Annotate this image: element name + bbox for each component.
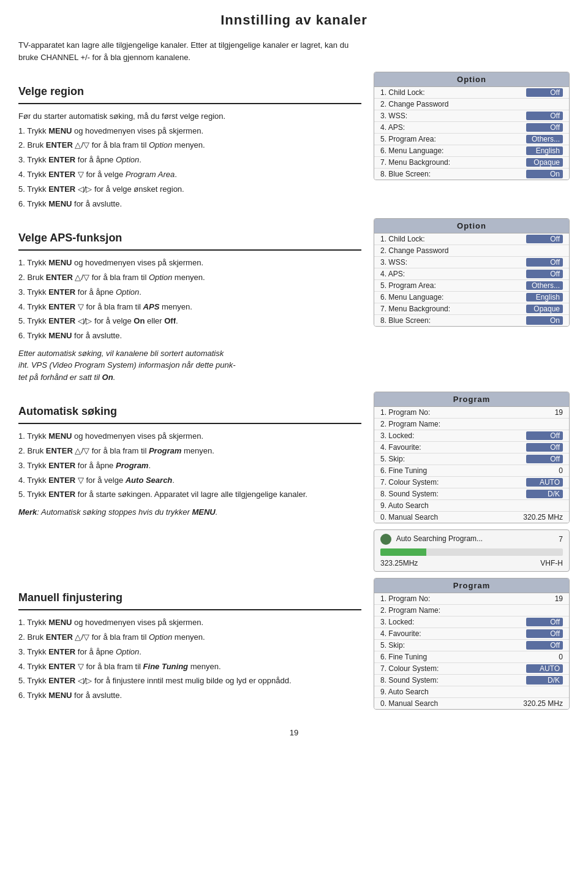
manual-program-box-title: Program [374,578,569,593]
page-number: 19 [18,728,570,737]
step-man-1: 1. Trykk MENU og hovedmenyen vises på sk… [18,616,361,629]
prog-row-0: 0. Manual Search 320.25 MHz [374,512,569,523]
velge-region-intro: Før du starter automatisk søking, må du … [18,110,361,123]
as-freq: 323.25MHz [380,559,418,567]
step-auto-2: 2. Bruk ENTER △/▽ for å bla fram til Pro… [18,445,361,458]
prog-row-9: 9. Auto Search [374,500,569,512]
manual-program-box: Program 1. Program No: 19 2. Program Nam… [374,578,570,710]
option-row-1-6: 6. Menu Language: English [374,145,569,157]
option-row-2-7: 7. Menu Background: Opaque [374,303,569,315]
prog-row-8: 8. Sound System: D/K [374,488,569,500]
step-man-2: 2. Bruk ENTER △/▽ for å bla fram til Opt… [18,631,361,644]
option-row-2-8: 8. Blue Screen: On [374,315,569,326]
step-auto-5: 5. Trykk ENTER for å starte søkingen. Ap… [18,488,361,501]
step-aps-4: 4. Trykk ENTER ▽ for å bla fram til APS … [18,301,361,314]
option-row-1-8: 8. Blue Screen: On [374,169,569,180]
velge-region-left: Velge region Før du starter automatisk s… [18,72,361,212]
step-vr-4: 4. Trykk ENTER ▽ for å velge Program Are… [18,169,361,181]
mprog-row-2: 2. Program Name: [374,605,569,616]
auto-title: Automatisk søking [18,403,361,424]
aps-note: Etter automatisk søking, vil kanalene bl… [18,347,361,384]
auto-program-box: Program 1. Program No: 19 2. Program Nam… [374,392,570,523]
step-auto-4: 4. Trykk ENTER ▽ for å velge Auto Search… [18,474,361,487]
mprog-row-9: 9. Auto Search [374,686,569,698]
prog-row-2: 2. Program Name: [374,419,569,430]
section-auto: Automatisk søking 1. Trykk MENU og hoved… [18,392,570,572]
option-row-1-1: 1. Child Lock: Off [374,87,569,99]
mprog-row-1: 1. Program No: 19 [374,593,569,605]
aps-left: Velge APS-funksjon 1. Trykk MENU og hove… [18,218,361,385]
step-aps-6: 6. Trykk MENU for å avslutte. [18,330,361,343]
prog-row-5: 5. Skip: Off [374,453,569,465]
step-vr-5: 5. Trykk ENTER ◁/▷ for å velge ønsket re… [18,183,361,196]
step-auto-1: 1. Trykk MENU og hovedmenyen vises på sk… [18,430,361,443]
option-row-2-3: 3. WSS: Off [374,257,569,268]
step-vr-2: 2. Bruk ENTER △/▽ for å bla fram til Opt… [18,139,361,152]
option-row-2-6: 6. Menu Language: English [374,292,569,303]
step-man-5: 5. Trykk ENTER ◁/▷ for å finjustere innt… [18,675,361,688]
progress-bar [380,548,426,556]
step-auto-3: 3. Trykk ENTER for å åpne Program. [18,460,361,472]
velge-region-option-box: Option 1. Child Lock: Off 2. Change Pass… [374,72,570,180]
prog-row-3: 3. Locked: Off [374,430,569,442]
mprog-row-3: 3. Locked: Off [374,616,569,628]
prog-row-4: 4. Favourite: Off [374,442,569,453]
progress-bar-container [380,548,563,556]
option-row-2-1: 1. Child Lock: Off [374,233,569,245]
as-header: Auto Searching Program... 7 [380,534,563,545]
mprog-row-8: 8. Sound System: D/K [374,675,569,686]
section-velge-region: Velge region Før du starter automatisk s… [18,72,570,212]
page-title: Innstilling av kanaler [18,12,570,28]
auto-note: Merk: Automatisk søking stoppes hvis du … [18,506,361,518]
option-row-2-4: 4. APS: Off [374,268,569,280]
auto-program-box-title: Program [374,392,569,407]
prog-row-1: 1. Program No: 19 [374,407,569,419]
mprog-row-4: 4. Favourite: Off [374,628,569,640]
manual-title: Manuell finjustering [18,589,361,610]
auto-left: Automatisk søking 1. Trykk MENU og hoved… [18,392,361,520]
as-label: Auto Searching Program... [396,535,483,544]
aps-option-box-title: Option [374,219,569,233]
intro-text: TV-apparatet kan lagre alle tilgjengelig… [18,39,570,63]
option-row-1-3: 3. WSS: Off [374,110,569,122]
step-man-3: 3. Trykk ENTER for å åpne Option. [18,646,361,659]
step-man-4: 4. Trykk ENTER ▽ for å bla fram til Fine… [18,661,361,673]
as-freq-row: 323.25MHz VHF-H [380,559,563,567]
step-aps-2: 2. Bruk ENTER △/▽ for å bla fram til Opt… [18,271,361,284]
step-vr-6: 6. Trykk MENU for å avslutte. [18,198,361,211]
velge-region-title: Velge region [18,83,361,104]
mprog-row-0: 0. Manual Search 320.25 MHz [374,698,569,709]
step-vr-1: 1. Trykk MENU og hovedmenyen vises på sk… [18,125,361,138]
auto-search-progress-box: Auto Searching Program... 7 323.25MHz VH… [374,529,570,572]
section-aps: Velge APS-funksjon 1. Trykk MENU og hove… [18,218,570,385]
aps-right: Option 1. Child Lock: Off 2. Change Pass… [374,218,570,333]
auto-right: Program 1. Program No: 19 2. Program Nam… [374,392,570,572]
mprog-row-7: 7. Colour System: AUTO [374,663,569,675]
option-row-2-2: 2. Change Password [374,245,569,257]
prog-row-6: 6. Fine Tuning 0 [374,465,569,477]
step-man-6: 6. Trykk MENU for å avslutte. [18,689,361,702]
option-row-1-4: 4. APS: Off [374,122,569,134]
option-row-1-7: 7. Menu Background: Opaque [374,157,569,169]
step-aps-1: 1. Trykk MENU og hovedmenyen vises på sk… [18,257,361,270]
step-vr-3: 3. Trykk ENTER for å åpne Option. [18,154,361,167]
step-aps-3: 3. Trykk ENTER for å åpne Option. [18,286,361,299]
aps-option-box: Option 1. Child Lock: Off 2. Change Pass… [374,218,570,327]
tv-icon [380,534,391,545]
mprog-row-6: 6. Fine Tuning 0 [374,651,569,663]
option-row-1-5: 5. Program Area: Others... [374,134,569,145]
section-manual: Manuell finjustering 1. Trykk MENU og ho… [18,578,570,716]
option-box-title-1: Option [374,72,569,87]
as-number: 7 [559,535,563,544]
option-row-2-5: 5. Program Area: Others... [374,280,569,292]
manual-right: Program 1. Program No: 19 2. Program Nam… [374,578,570,716]
aps-title: Velge APS-funksjon [18,229,361,251]
prog-row-7: 7. Colour System: AUTO [374,477,569,488]
option-row-1-2: 2. Change Password [374,99,569,110]
step-aps-5: 5. Trykk ENTER ◁/▷ for å velge On eller … [18,315,361,328]
as-band: VHF-H [540,559,563,567]
velge-region-right: Option 1. Child Lock: Off 2. Change Pass… [374,72,570,186]
manual-left: Manuell finjustering 1. Trykk MENU og ho… [18,578,361,704]
mprog-row-5: 5. Skip: Off [374,640,569,651]
